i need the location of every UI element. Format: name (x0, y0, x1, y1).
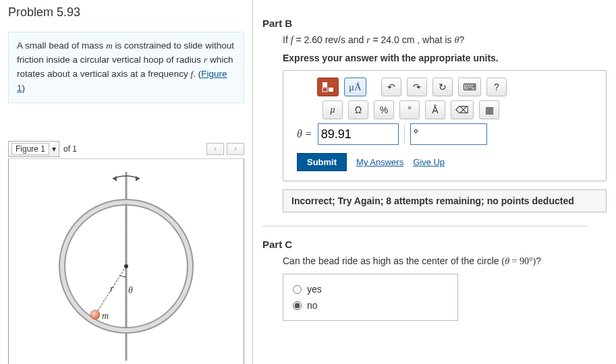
keyboard-button[interactable]: ⌨ (458, 78, 481, 96)
radio-no-label: no (307, 300, 318, 311)
figure-next-button[interactable]: › (227, 143, 244, 155)
q-b-qmark: ? (459, 34, 464, 45)
part-c-question: Can the bead ride as high as the center … (283, 255, 607, 267)
figure-section: Figure 1 ▾ of 1 ‹ › (8, 141, 244, 364)
section-divider (262, 226, 588, 226)
q-b-s4: , what is (414, 34, 454, 45)
radio-yes-label: yes (307, 284, 322, 295)
part-b-question: If f = 2.60 rev/s and r = 24.0 cm , what… (283, 34, 607, 46)
radio-yes[interactable] (293, 285, 302, 294)
figure-prev-button[interactable]: ‹ (206, 143, 224, 155)
part-b-heading: Part B (262, 18, 607, 29)
answer-panel: μÅ ↶ ↷ ↻ ⌨ ? μ Ω % ° Å ⌫ ▦ (283, 70, 607, 181)
theta-equals: θ = (293, 128, 312, 140)
q-b-s1: = 2.60 (293, 34, 325, 45)
undo-button[interactable]: ↶ (381, 78, 401, 96)
template-button[interactable] (317, 78, 339, 96)
figure-diagram: r θ m (8, 158, 244, 364)
q-c-s0: Can the bead ride as high as the center … (283, 255, 502, 266)
stmt-m: m (106, 40, 113, 51)
q-b-s3: = 24.0 (370, 34, 402, 45)
my-answers-link[interactable]: My Answers (356, 157, 403, 167)
part-c-heading: Part C (262, 239, 607, 250)
q-b-cm: cm (402, 34, 415, 45)
input-separator (404, 125, 405, 144)
problem-statement: A small bead of mass m is constrained to… (8, 32, 244, 103)
diagram-r-label: r (110, 284, 114, 294)
svg-marker-2 (113, 176, 117, 181)
q-c-qmark: ? (536, 255, 541, 266)
diagram-theta-label: θ (128, 285, 133, 295)
redo-button[interactable]: ↷ (407, 78, 427, 96)
answer-value-input[interactable] (318, 123, 399, 145)
figure-select[interactable]: Figure 1 ▾ (8, 141, 59, 157)
problem-title: Problem 5.93 (8, 5, 244, 20)
omega-button[interactable]: Ω (348, 100, 368, 119)
calc-button[interactable]: ▦ (479, 100, 499, 119)
radio-no[interactable] (293, 301, 302, 310)
percent-button[interactable]: % (374, 100, 394, 119)
help-button[interactable]: ? (486, 78, 507, 96)
svg-rect-9 (323, 82, 327, 87)
reset-button[interactable]: ↻ (432, 78, 453, 96)
stmt-s4: ) (22, 83, 26, 93)
stmt-s0: A small bead of mass (17, 40, 106, 51)
figure-select-label: Figure 1 (11, 143, 49, 155)
answer-unit-input[interactable] (410, 123, 487, 145)
svg-rect-10 (329, 88, 333, 92)
svg-marker-1 (136, 176, 140, 181)
q-b-s2: and (345, 34, 366, 45)
submit-button[interactable]: Submit (297, 153, 347, 171)
mu-button[interactable]: μ (323, 100, 343, 119)
units-button[interactable]: μÅ (344, 78, 366, 96)
backspace-button[interactable]: ⌫ (451, 100, 474, 119)
svg-point-8 (90, 310, 100, 320)
radio-panel: yes no (283, 274, 458, 321)
chevron-down-icon: ▾ (52, 144, 56, 154)
diagram-m-label: m (102, 311, 109, 321)
figure-of-text: of 1 (63, 144, 77, 154)
feedback-box: Incorrect; Try Again; 8 attempts remaini… (283, 189, 607, 212)
q-b-s0: If (283, 34, 291, 45)
svg-rect-11 (323, 88, 327, 92)
q-b-revs: rev/s (325, 34, 345, 45)
angstrom-button[interactable]: Å (425, 100, 445, 119)
stmt-s3: . ( (193, 69, 201, 79)
degree-button[interactable]: ° (399, 100, 420, 119)
units-note: Express your answer with the appropriate… (283, 53, 607, 63)
give-up-link[interactable]: Give Up (413, 157, 445, 167)
